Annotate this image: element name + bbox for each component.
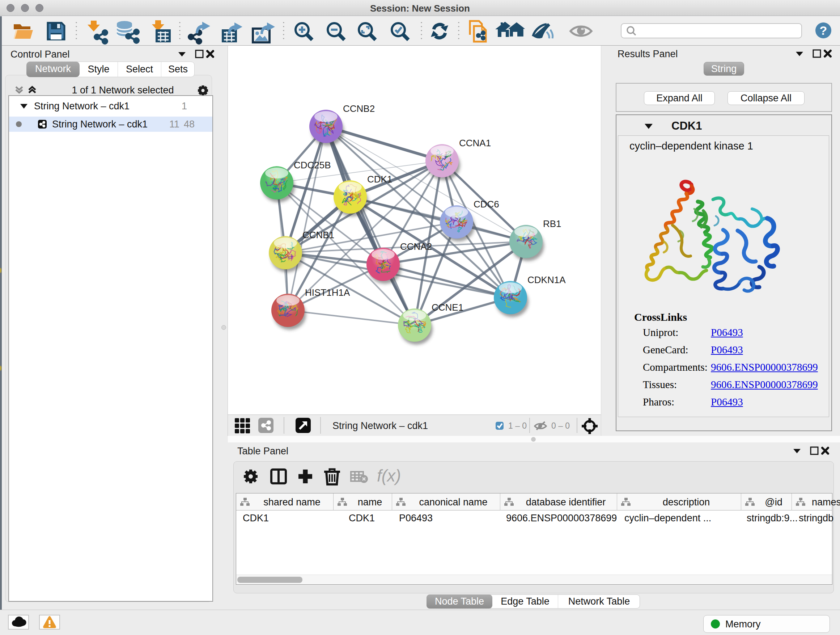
svg-text:CDC6: CDC6 (474, 199, 499, 210)
svg-text:CCNE1: CCNE1 (431, 302, 463, 313)
svg-text:1 – 0: 1 – 0 (508, 421, 527, 431)
svg-text:CCNA2: CCNA2 (400, 241, 432, 252)
svg-text:0 – 0: 0 – 0 (551, 421, 570, 431)
svg-text:RB1: RB1 (543, 218, 561, 229)
svg-text:CCNB2: CCNB2 (343, 103, 375, 114)
svg-text:CCNA1: CCNA1 (459, 138, 491, 149)
svg-text:CCNB1: CCNB1 (302, 230, 334, 241)
svg-text:CDKN1A: CDKN1A (527, 274, 566, 285)
svg-text:HIST1H1A: HIST1H1A (305, 287, 350, 298)
svg-text:CDC25B: CDC25B (294, 160, 331, 171)
svg-text:String Network – cdk1: String Network – cdk1 (332, 420, 428, 431)
svg-text:CDK1: CDK1 (367, 174, 392, 185)
svg-text:f(x): f(x) (377, 466, 401, 485)
svg-text:?: ? (820, 24, 827, 37)
